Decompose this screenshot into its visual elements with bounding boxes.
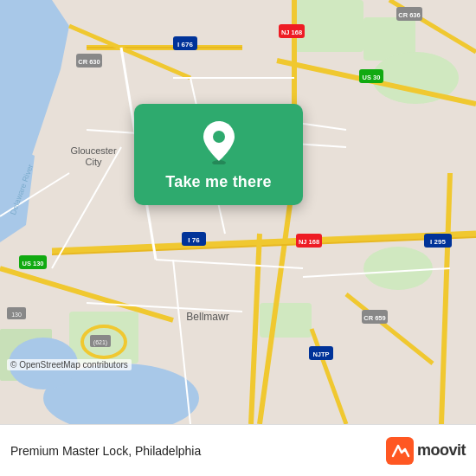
svg-text:NJTP: NJTP [312,351,329,358]
moovit-wordmark: moovit [417,441,466,460]
svg-text:NJ 168: NJ 168 [281,29,302,36]
svg-text:I 676: I 676 [177,41,193,48]
moovit-logo: moovit [386,437,466,465]
svg-text:CR 636: CR 636 [398,11,420,19]
openstreetmap-credit: © OpenStreetMap contributors [7,359,132,370]
svg-text:City: City [86,157,102,167]
take-me-there-button[interactable]: Take me there [165,173,271,191]
svg-rect-4 [294,0,363,52]
svg-text:US 130: US 130 [22,260,43,267]
svg-text:CR 630: CR 630 [78,58,100,66]
svg-text:NJ 168: NJ 168 [299,238,319,246]
svg-text:130: 130 [11,312,22,318]
location-label: Premium Master Lock, Philadelphia [10,444,201,458]
map-container: I 676 NJ 168 CR 636 US 30 CR 630 I 76 NJ… [0,0,476,424]
svg-text:Gloucester: Gloucester [70,145,117,156]
svg-text:CR 659: CR 659 [363,314,385,322]
bottom-bar: Premium Master Lock, Philadelphia moovit [0,424,476,476]
svg-text:I 295: I 295 [430,238,446,246]
location-pin-icon [200,119,238,164]
location-popup[interactable]: Take me there [134,104,303,205]
svg-rect-7 [260,303,312,338]
svg-point-70 [213,131,225,143]
svg-text:(621): (621) [93,339,107,346]
svg-text:I 76: I 76 [188,236,200,244]
svg-text:Bellmawr: Bellmawr [186,311,228,323]
svg-text:US 30: US 30 [363,74,381,81]
moovit-brand-icon [386,437,414,465]
svg-point-10 [363,247,433,290]
